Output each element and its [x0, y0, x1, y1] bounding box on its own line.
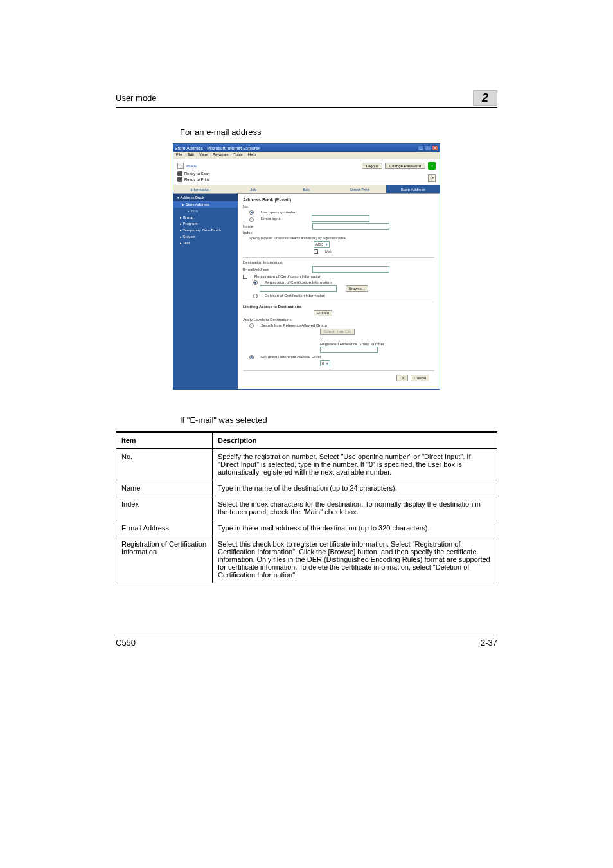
- th-item: Item: [116, 432, 213, 449]
- sidebar-icon[interactable]: Icon: [173, 208, 238, 214]
- browser-window: Store Address - Microsoft Internet Explo…: [173, 143, 440, 390]
- email-label: E-mail Address: [243, 267, 307, 271]
- search-group-label: Search from Reference Allowed Group: [261, 323, 327, 327]
- sidebar-subject[interactable]: Subject: [173, 233, 238, 240]
- index-note: Specify keyword for address search and d…: [249, 236, 434, 240]
- tabs: Information Job Box Direct Print Store A…: [173, 185, 440, 194]
- browse-button[interactable]: Browse...: [346, 285, 368, 292]
- logout-button[interactable]: Logout: [362, 163, 382, 169]
- sidebar-address-book[interactable]: Address Book: [173, 194, 238, 201]
- table-row: E-mail AddressType in the e-mail address…: [116, 520, 497, 536]
- tab-box[interactable]: Box: [280, 185, 333, 193]
- menu-tools[interactable]: Tools: [234, 152, 243, 158]
- sidebar-program[interactable]: Program: [173, 221, 238, 227]
- cancel-button[interactable]: Cancel: [411, 375, 429, 381]
- ready-scan-label: Ready to Scan: [184, 172, 209, 176]
- menu-file[interactable]: File: [176, 152, 182, 158]
- menubar: File Edit View Favorites Tools Help: [173, 152, 440, 159]
- cert-path-field[interactable]: [260, 285, 337, 292]
- reg-group-num-field[interactable]: [320, 347, 378, 353]
- table-row: NameType in the name of the destination …: [116, 480, 497, 496]
- panel: Address Book (E-mail) No. Use opening nu…: [238, 194, 440, 389]
- hidden-button[interactable]: Hidden: [314, 310, 332, 316]
- spec-table: Item Description No.Specify the registra…: [116, 431, 497, 583]
- direct-input-label: Direct Input: [261, 217, 281, 221]
- no-label: No.: [243, 204, 307, 208]
- table-row: IndexSelect the index characters for the…: [116, 496, 497, 520]
- sidebar-store-address[interactable]: Store Address: [173, 201, 238, 208]
- menu-edit[interactable]: Edit: [188, 152, 194, 158]
- reg-cert-label: Registration of Certification Informatio…: [254, 275, 321, 278]
- status-area: Ready to Scan Ready to Print: [177, 171, 209, 182]
- subsection-title: If "E-mail" was selected: [180, 415, 497, 425]
- minimize-button[interactable]: _: [418, 145, 424, 151]
- set-direct-radio[interactable]: [249, 355, 254, 359]
- window-title: Store Address - Microsoft Internet Explo…: [175, 146, 260, 150]
- ready-print-label: Ready to Print: [184, 177, 209, 181]
- close-button[interactable]: ×: [432, 145, 438, 151]
- th-desc: Description: [213, 432, 497, 449]
- level-select[interactable]: 0: [320, 360, 330, 366]
- page-header-title: User mode: [116, 93, 157, 103]
- username: abe01: [186, 164, 197, 168]
- titlebar: Store Address - Microsoft Internet Explo…: [173, 144, 440, 152]
- del-cert-radio[interactable]: [253, 294, 258, 298]
- section-title: For an e-mail address: [180, 127, 497, 137]
- index-label: Index: [243, 231, 307, 235]
- tab-information[interactable]: Information: [173, 185, 227, 193]
- direct-input-field[interactable]: [312, 215, 369, 222]
- main-label: Main: [325, 249, 333, 253]
- index-select[interactable]: ABC: [314, 241, 330, 248]
- reg-cert-radio[interactable]: [253, 280, 258, 285]
- menu-favorites[interactable]: Favorites: [213, 152, 229, 158]
- sidebar-temp-one-touch[interactable]: Temporary One-Touch: [173, 227, 238, 233]
- dest-heading: Destination Information: [243, 260, 434, 264]
- panel-heading: Address Book (E-mail): [243, 197, 434, 202]
- help-icon[interactable]: ?: [428, 162, 436, 170]
- direct-input-radio[interactable]: [249, 217, 254, 222]
- tab-job[interactable]: Job: [227, 185, 280, 193]
- set-direct-label: Set direct Reference Allowed Level: [261, 355, 321, 359]
- reg-cert-radio-label: Registration of Certification Informatio…: [265, 280, 332, 284]
- search-list-button[interactable]: Search from List: [320, 329, 355, 335]
- ok-button[interactable]: OK: [396, 375, 409, 381]
- name-label: Name: [243, 224, 307, 228]
- page-chip: 2: [473, 90, 497, 106]
- email-field[interactable]: [312, 266, 389, 273]
- main-checkbox[interactable]: [314, 249, 318, 254]
- refresh-icon[interactable]: ⟳: [428, 174, 436, 182]
- tab-store-address[interactable]: Store Address: [386, 185, 440, 193]
- menu-help[interactable]: Help: [248, 152, 256, 158]
- reg-cert-checkbox[interactable]: [243, 275, 247, 279]
- sidebar-group[interactable]: Group: [173, 214, 238, 221]
- apply-levels-label: Apply Levels to Destinations: [243, 318, 434, 321]
- menu-view[interactable]: View: [199, 152, 208, 158]
- maximize-button[interactable]: □: [425, 145, 431, 151]
- limit-heading: Limiting Access to Destinations: [243, 305, 434, 309]
- printer-icon: [177, 177, 182, 182]
- change-password-button[interactable]: Change Password: [385, 163, 425, 169]
- scanner-icon: [177, 171, 182, 176]
- footer-left: C550: [116, 638, 136, 647]
- name-field[interactable]: [312, 223, 389, 230]
- footer-right: 2-37: [481, 638, 497, 647]
- use-opening-radio[interactable]: [249, 210, 254, 215]
- reg-group-num-label: Registered Reference Group Number: [320, 342, 384, 346]
- sidebar: Address Book Store Address Icon Group Pr…: [173, 194, 238, 389]
- use-opening-label: Use opening number: [261, 210, 297, 214]
- avatar-icon: [177, 163, 184, 169]
- search-group-radio[interactable]: [249, 323, 254, 328]
- table-row: Registration of Certification Informatio…: [116, 536, 497, 583]
- sidebar-text[interactable]: Text: [173, 240, 238, 246]
- del-cert-radio-label: Deletion of Certification Information: [265, 294, 325, 298]
- table-row: No.Specify the registration number. Sele…: [116, 449, 497, 480]
- tab-direct-print[interactable]: Direct Print: [333, 185, 386, 193]
